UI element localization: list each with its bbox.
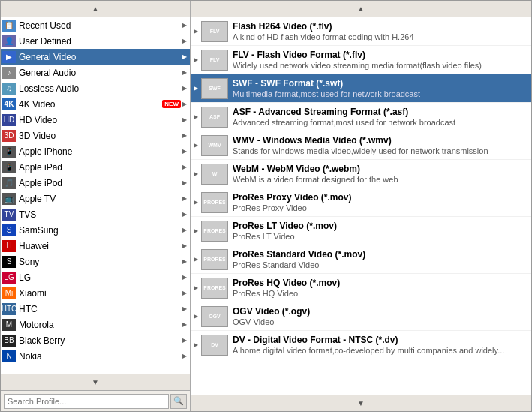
left-scroll-up[interactable]: ▲: [1, 1, 190, 17]
right-item-thumb-asf: ASF: [201, 107, 228, 128]
left-item-apple-tv[interactable]: 📺Apple TV▶: [1, 191, 190, 206]
right-scroll-down[interactable]: ▼: [191, 395, 531, 411]
left-item-blackberry[interactable]: BBBlack Berry▶: [1, 332, 190, 348]
right-item-prores-standard[interactable]: ▶PRORESProRes Standard Video (*.mov)ProR…: [191, 245, 531, 274]
left-item-label-tvs: TVS: [19, 209, 181, 220]
left-item-label-xiaomi: Xiaomi: [19, 288, 181, 299]
right-item-thumb-flv2: FLV: [201, 50, 228, 71]
left-item-tvs[interactable]: TVTVS▶: [1, 206, 190, 222]
right-item-arrow-prores-standard: ▶: [194, 256, 198, 263]
left-item-general-audio[interactable]: ♪General Audio▶: [1, 65, 190, 80]
right-item-wmv[interactable]: ▶WMVWMV - Windows Media Video (*.wmv)Sta…: [191, 131, 531, 160]
left-item-apple-ipod[interactable]: 🎵Apple iPod▶: [1, 175, 190, 191]
left-item-label-huawei: Huawei: [19, 241, 181, 251]
left-item-label-4k-video: 4K Video: [19, 99, 160, 110]
left-item-hd-video[interactable]: HDHD Video▶: [1, 112, 190, 128]
left-item-lossless-audio[interactable]: ♫Lossless Audio▶: [1, 80, 190, 96]
right-item-title-webm: WebM - WebM Video (*.webm): [233, 164, 528, 174]
right-item-webm[interactable]: ▶WWebM - WebM Video (*.webm)WebM is a vi…: [191, 160, 531, 188]
left-item-samsung[interactable]: SSamSung▶: [1, 222, 190, 238]
left-item-motorola[interactable]: MMotorola▶: [1, 317, 190, 332]
left-item-label-nokia: Nokia: [19, 351, 181, 362]
right-scroll-up-arrow: ▲: [357, 5, 365, 13]
left-item-4k-video[interactable]: 4K4K VideoNEW▶: [1, 96, 190, 112]
right-item-title-flv2: FLV - Flash Video Format (*.flv): [233, 50, 528, 60]
right-item-desc-wmv: Stands for windows media video,widely us…: [233, 146, 528, 155]
right-item-text-webm: WebM - WebM Video (*.webm)WebM is a vide…: [233, 164, 528, 184]
right-scroll-up[interactable]: ▲: [191, 1, 531, 17]
search-button[interactable]: 🔍: [170, 394, 187, 409]
left-item-icon-apple-ipod: 🎵: [2, 177, 16, 189]
left-item-apple-ipad[interactable]: 📱Apple iPad▶: [1, 159, 190, 175]
left-item-arrow-general-video: ▶: [182, 53, 187, 60]
left-item-apple-iphone[interactable]: 📱Apple iPhone▶: [1, 143, 190, 159]
right-item-prores-hq[interactable]: ▶PRORESProRes HQ Video (*.mov)ProRes HQ …: [191, 274, 531, 302]
right-item-arrow-asf: ▶: [194, 113, 198, 120]
right-item-text-dv: DV - Digital Video Format - NTSC (*.dv)A…: [233, 335, 528, 355]
right-item-thumb-flv: FLV: [201, 21, 228, 42]
left-item-htc[interactable]: HTCHTC▶: [1, 301, 190, 317]
left-item-3d-video[interactable]: 3D3D Video▶: [1, 128, 190, 143]
right-item-thumb-ogv: OGV: [201, 306, 228, 327]
right-item-asf[interactable]: ▶ASFASF - Advanced Streaming Format (*.a…: [191, 103, 531, 131]
left-item-arrow-4k-video: ▶: [182, 101, 187, 107]
right-item-arrow-dv: ▶: [194, 341, 198, 348]
right-item-title-swf: SWF - SWF Format (*.swf): [233, 78, 528, 89]
right-item-thumb-prores-lt: PRORES: [201, 221, 228, 242]
right-item-ogv[interactable]: ▶OGVOGV Video (*.ogv)OGV Video: [191, 302, 531, 331]
left-item-nokia[interactable]: NNokia▶: [1, 348, 190, 364]
left-scroll-down[interactable]: ▼: [1, 374, 190, 390]
left-item-huawei[interactable]: HHuawei▶: [1, 238, 190, 254]
left-item-icon-apple-ipad: 📱: [2, 161, 16, 173]
left-item-recent[interactable]: 📋Recent Used▶: [1, 17, 190, 33]
left-item-xiaomi[interactable]: MiXiaomi▶: [1, 285, 190, 301]
left-item-lg[interactable]: LGLG▶: [1, 269, 190, 285]
right-item-text-prores-standard: ProRes Standard Video (*.mov)ProRes Stan…: [233, 249, 528, 269]
right-item-arrow-prores-hq: ▶: [194, 284, 198, 291]
search-input[interactable]: [4, 394, 169, 409]
left-item-icon-general-audio: ♪: [2, 67, 16, 79]
right-item-flv2[interactable]: ▶FLVFLV - Flash Video Format (*.flv)Wide…: [191, 46, 531, 74]
right-item-desc-prores-hq: ProRes HQ Video: [233, 289, 528, 298]
right-item-thumb-swf: SWF: [201, 78, 228, 99]
right-item-prores-lt[interactable]: ▶PRORESProRes LT Video (*.mov)ProRes LT …: [191, 217, 531, 245]
left-item-icon-general-video: ▶: [2, 51, 16, 63]
left-item-arrow-recent: ▶: [182, 22, 187, 29]
right-item-text-ogv: OGV Video (*.ogv)OGV Video: [233, 306, 528, 326]
scroll-up-arrow: ▲: [92, 5, 99, 13]
right-item-arrow-prores-proxy: ▶: [194, 199, 198, 206]
left-item-arrow-apple-ipod: ▶: [182, 179, 187, 186]
right-item-thumb-webm: W: [201, 164, 228, 185]
right-item-text-prores-proxy: ProRes Proxy Video (*.mov)ProRes Proxy V…: [233, 192, 528, 212]
left-item-arrow-hd-video: ▶: [182, 116, 187, 123]
left-item-label-general-audio: General Audio: [19, 68, 181, 78]
left-item-arrow-huawei: ▶: [182, 242, 187, 249]
right-item-thumb-dv: DV: [201, 335, 228, 356]
right-item-title-wmv: WMV - Windows Media Video (*.wmv): [233, 135, 528, 146]
left-item-user-defined[interactable]: 👤User Defined▶: [1, 33, 190, 49]
right-item-dv[interactable]: ▶DVDV - Digital Video Format - NTSC (*.d…: [191, 331, 531, 359]
left-item-label-general-video: General Video: [19, 52, 181, 62]
left-item-label-motorola: Motorola: [19, 320, 181, 330]
right-item-text-asf: ASF - Advanced Streaming Format (*.asf)A…: [233, 107, 528, 127]
left-item-icon-samsung: S: [2, 224, 16, 236]
right-item-arrow-swf: ▶: [194, 85, 198, 92]
right-item-desc-asf: Advanced streaming format,most used for …: [233, 118, 528, 127]
left-item-label-blackberry: Black Berry: [19, 335, 181, 346]
left-item-label-sony: Sony: [19, 257, 181, 267]
left-item-icon-blackberry: BB: [2, 335, 16, 347]
left-item-general-video[interactable]: ▶General Video▶: [1, 49, 190, 65]
left-item-label-apple-iphone: Apple iPhone: [19, 146, 181, 157]
right-item-arrow-flv: ▶: [194, 28, 198, 35]
left-item-arrow-samsung: ▶: [182, 227, 187, 233]
right-item-desc-swf: Multimedia format,most used for network …: [233, 89, 528, 98]
right-item-title-flv: Flash H264 Video (*.flv): [233, 21, 528, 32]
left-item-label-recent: Recent Used: [19, 20, 181, 31]
left-item-icon-xiaomi: Mi: [2, 287, 16, 299]
right-item-prores-proxy[interactable]: ▶PRORESProRes Proxy Video (*.mov)ProRes …: [191, 188, 531, 217]
left-item-sony[interactable]: SSony▶: [1, 254, 190, 269]
right-panel: ▲ ▶FLVFlash H264 Video (*.flv)A kind of …: [191, 1, 531, 411]
right-item-swf[interactable]: ▶SWFSWF - SWF Format (*.swf)Multimedia f…: [191, 74, 531, 103]
right-item-flv[interactable]: ▶FLVFlash H264 Video (*.flv)A kind of HD…: [191, 17, 531, 46]
new-badge: NEW: [162, 100, 181, 108]
